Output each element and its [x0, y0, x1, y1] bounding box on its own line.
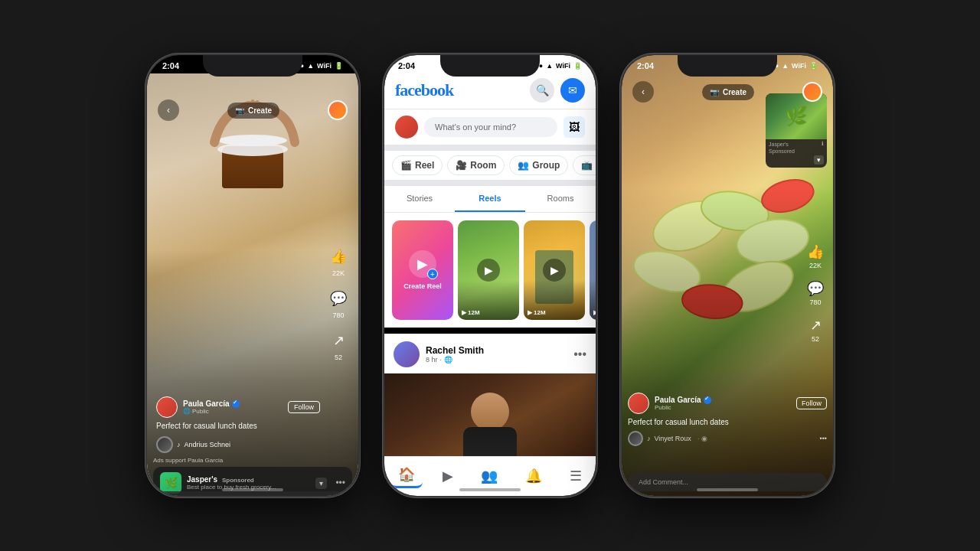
create-reel-icon: ▶ + [409, 250, 436, 278]
photo-icon[interactable]: 🖼 [564, 116, 585, 138]
home-bar-left [222, 488, 283, 491]
reel-comment-bar-left[interactable]: Add Comment... [153, 491, 352, 496]
center-phone-screen: 2:04 ●●● ▲ WiFi 🔋 facebook 🔍 ✉ What's on… [384, 55, 596, 496]
compose-area: What's on your mind? 🖼 [384, 109, 596, 151]
ad-chevron-right[interactable]: ▾ [766, 155, 827, 168]
group-button[interactable]: 👥 Group [509, 155, 568, 175]
reel-back-button[interactable]: ‹ [158, 99, 179, 121]
comment-icon: 💬 [328, 288, 349, 309]
comment-action[interactable]: 💬 780 [328, 288, 349, 319]
like-action-right[interactable]: 👍 22K [807, 243, 824, 269]
compose-avatar [395, 116, 418, 139]
live-button[interactable]: 📺 Live [573, 155, 596, 175]
post-more-button[interactable]: ••• [573, 347, 586, 361]
nav-menu[interactable]: ☰ [562, 465, 590, 487]
right-user-name: Paula García [655, 396, 791, 404]
power-button-right [833, 147, 835, 185]
comment-icon-right: 💬 [807, 280, 824, 297]
reel-user-info-left: Paula García Public [183, 399, 283, 415]
create-reel-thumb[interactable]: ▶ + Create Reel [392, 220, 453, 320]
status-bar-left: 2:04 ●●● ▲ WiFi 🔋 [147, 55, 358, 73]
power-button [358, 147, 360, 185]
compose-input[interactable]: What's on your mind? [424, 117, 557, 137]
room-button[interactable]: 🎥 Room [447, 155, 505, 175]
reel-button[interactable]: 🎬 Reel [392, 155, 443, 175]
right-user-avatar[interactable] [628, 393, 649, 414]
right-bottom-bar: Paula García Public Follow Perfect for c… [628, 393, 827, 446]
left-phone-screen: 2:04 ●●● ▲ WiFi 🔋 [147, 55, 358, 496]
right-user-public: Public [655, 404, 791, 411]
sponsored-row: Jasper's ℹ [766, 139, 827, 148]
person-head [471, 393, 509, 431]
follow-button-left[interactable]: Follow [288, 401, 320, 413]
reel-thumb-4[interactable]: ▶12 [590, 220, 596, 320]
right-user-info: Paula García Public [655, 396, 791, 411]
music-note-icon [177, 441, 181, 448]
status-bar-right: 2:04 ●●● ▲ WiFi 🔋 [622, 55, 833, 73]
music-note-icon-right: ♪ [647, 435, 651, 442]
reel-views-2: ▶12M [462, 309, 480, 316]
tab-reels[interactable]: Reels [455, 186, 525, 212]
follow-button-right[interactable]: Follow [796, 397, 827, 409]
reel-background-left: ‹ 📷 Create 👍 22K 💬 780 ↗ [147, 73, 358, 496]
user-avatar-header-right[interactable] [802, 82, 822, 102]
reel-header-right: ‹ 📷 Create [622, 77, 833, 107]
tab-rooms[interactable]: Rooms [525, 186, 596, 212]
right-user-row: Paula García Public Follow [628, 393, 827, 414]
status-bar-center: 2:04 ●●● ▲ WiFi 🔋 [384, 55, 596, 73]
like-icon: 👍 [328, 246, 349, 267]
right-reel-caption: Perfect for casual lunch dates [628, 418, 827, 426]
reel-poster-avatar-left[interactable] [156, 396, 178, 418]
search-button[interactable]: 🔍 [530, 78, 554, 103]
share-icon-right: ↗ [810, 317, 822, 334]
post-header: Rachel Smith 8 hr · 🌐 ••• [394, 341, 586, 367]
post-user-info: Rachel Smith 8 hr · 🌐 [426, 345, 567, 364]
music-disc-left [156, 436, 173, 453]
reel-views-3: ▶12M [528, 309, 546, 316]
room-icon: 🎥 [456, 160, 467, 171]
ad-chevron-icon[interactable]: ▾ [315, 478, 327, 489]
live-icon: 📺 [581, 160, 593, 171]
reel-bg-right: 🌿 Jasper's ℹ Sponsored ▾ ‹ 📷 Create [622, 55, 833, 496]
reel-icon: 🎬 [400, 160, 412, 171]
like-action[interactable]: 👍 22K [328, 246, 349, 277]
ad-more-icon[interactable]: ••• [335, 478, 345, 488]
post-user-name[interactable]: Rachel Smith [426, 345, 567, 356]
right-music-disc [628, 431, 643, 446]
nav-notifications[interactable]: 🔔 [518, 465, 550, 487]
share-icon: ↗ [328, 330, 349, 351]
post-meta: 8 hr · 🌐 [426, 356, 567, 364]
action-bar: 🎬 Reel 🎥 Room 👥 Group 📺 Live [384, 151, 596, 186]
reel-create-button[interactable]: 📷 Create [227, 103, 279, 119]
reel-caption-left: Perfect for casual lunch dates [156, 422, 320, 430]
more-options-right[interactable]: ••• [820, 435, 827, 442]
facebook-logo: facebook [395, 80, 453, 100]
play-overlay-3: ▶ [543, 259, 566, 282]
like-icon-right: 👍 [807, 243, 824, 260]
back-button-right[interactable]: ‹ [632, 81, 654, 103]
status-icons-right: ●●● ▲ WiFi 🔋 [766, 62, 818, 70]
share-action[interactable]: ↗ 52 [328, 330, 349, 361]
nav-watch[interactable]: ▶ [435, 465, 461, 487]
reel-thumb-3[interactable]: ▶ ▶12M [524, 220, 585, 320]
plus-icon: + [427, 269, 438, 279]
reel-user-sub-left: Public [183, 408, 283, 415]
nav-people[interactable]: 👥 [473, 465, 505, 487]
public-icon [183, 408, 191, 415]
post-avatar[interactable] [394, 341, 420, 367]
reel-user-avatar-header[interactable] [328, 100, 348, 120]
home-bar-center [459, 488, 521, 491]
share-action-right[interactable]: ↗ 52 [807, 317, 824, 343]
reel-user-row-left: Paula García Public Follow [156, 396, 320, 418]
time-left: 2:04 [162, 61, 179, 70]
create-button-right[interactable]: 📷 Create [702, 84, 754, 100]
ad-logo-left: 🌿 [160, 472, 181, 494]
nav-home[interactable]: 🏠 [390, 463, 423, 488]
tab-stories[interactable]: Stories [384, 186, 455, 212]
reel-thumb-2[interactable]: ▶ ▶12M [458, 220, 519, 320]
messenger-button[interactable]: ✉ [560, 78, 585, 103]
comment-action-right[interactable]: 💬 780 [807, 280, 824, 306]
phone-right: 2:04 ●●● ▲ WiFi 🔋 [620, 54, 835, 497]
group-icon: 👥 [518, 160, 529, 171]
time-center: 2:04 [398, 61, 415, 70]
